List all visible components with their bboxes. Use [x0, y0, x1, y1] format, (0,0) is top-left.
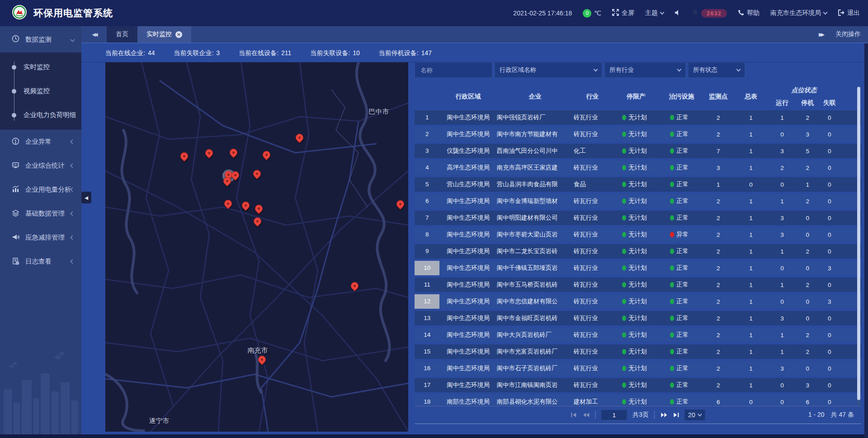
table-row[interactable]: 11阆中生态环境局阆中市五马桥页岩机砖砖瓦行业无计划正常21120: [415, 278, 861, 292]
tab-realtime-monitoring[interactable]: 实时监控 ✕: [137, 26, 191, 42]
sidebar-item-data-monitoring[interactable]: 数据监测: [0, 26, 81, 52]
status-text: 无计划: [628, 398, 647, 406]
tab-home[interactable]: 首页: [107, 26, 137, 42]
cell-industry: 砖瓦行业: [574, 264, 611, 272]
sidebar-subitem-label: 企业电力负荷明细: [24, 111, 76, 119]
cell-offline: 0: [818, 382, 840, 389]
status-filter-select[interactable]: 所有状态: [688, 62, 745, 78]
cell-offline: 0: [818, 215, 840, 221]
cell-facility: 正常: [661, 297, 702, 306]
sidebar-item-video-monitoring[interactable]: 视频监控: [0, 79, 81, 103]
status-dot-green-icon: [622, 366, 626, 371]
sidebar-item-log-view[interactable]: 日志查看: [0, 250, 81, 273]
table-row[interactable]: 1阆中生态环境局阆中强锐页岩砖厂砖瓦行业无计划正常21120: [415, 110, 861, 125]
table-row[interactable]: 6阆中生态环境局阆中市金博瑞新型墙材砖瓦行业无计划正常21120: [415, 194, 861, 208]
sidebar-item-enterprise-statistics[interactable]: 企业综合统计: [0, 154, 81, 178]
table-row[interactable]: 10阆中生态环境局阆中千佛镇五郎垭页岩砖瓦行业无计划正常21003: [415, 261, 861, 275]
table-row[interactable]: 7阆中生态环境局阆中明阳建材有限公司砖瓦行业无计划正常21300: [415, 211, 861, 225]
cell-meters: 1: [734, 131, 767, 138]
pagination-last-button[interactable]: [673, 412, 679, 418]
sidebar-item-realtime-monitoring[interactable]: 实时监控: [0, 55, 81, 79]
sidebar-item-base-data[interactable]: 基础数据管理: [0, 202, 81, 226]
theme-dropdown[interactable]: 主题: [645, 9, 664, 17]
sidebar-item-emergency-reduction[interactable]: 应急减排管理: [0, 226, 81, 250]
table-row[interactable]: 9阆中生态环境局阆中市二龙长宝页岩砖砖瓦行业无计划正常21120: [415, 244, 861, 259]
city-skyline-decoration: [0, 349, 81, 434]
help-button[interactable]: 帮助: [738, 9, 760, 17]
status-text: 无计划: [628, 180, 647, 188]
table-row[interactable]: 13阆中生态环境局阆中市金福旺页岩机砖砖瓦行业无计划正常21300: [415, 311, 861, 325]
cell-stopped: 0: [797, 231, 818, 238]
name-filter-input[interactable]: [420, 66, 487, 74]
close-operations-button[interactable]: 关闭操作: [835, 30, 861, 38]
pagination-next-button[interactable]: [660, 412, 667, 418]
table-row[interactable]: 18南部生态环境局南部县砌化水泥有限公建材加工无计划正常60060: [415, 395, 861, 406]
cell-facility: 正常: [661, 147, 702, 155]
stat-value: 44: [148, 49, 155, 57]
table-row[interactable]: 4高坪生态环境局南充市高坪区王家店建砖瓦行业无计划正常31220: [415, 160, 861, 175]
row-index: 2: [415, 127, 439, 141]
status-text: 正常: [676, 147, 689, 155]
table-row[interactable]: 14阆中生态环境局阆中大兴页岩机砖厂砖瓦行业无计划正常21120: [415, 328, 861, 342]
notification-button[interactable]: 2632: [692, 9, 727, 18]
cell-meters: 1: [734, 349, 767, 355]
status-dot-green-icon: [670, 349, 674, 354]
sidebar-item-enterprise-abnormal[interactable]: 企业异常: [0, 130, 81, 154]
cell-offline: 3: [818, 265, 840, 272]
table-row[interactable]: 15阆中生态环境局阆中市光富页岩机砖厂砖瓦行业无计划正常21120: [415, 344, 861, 359]
industry-filter-select[interactable]: 所有行业: [604, 62, 686, 78]
cell-facility: 正常: [661, 314, 702, 322]
sidebar-item-power-load-detail[interactable]: 企业电力负荷明细: [0, 103, 81, 127]
map-canvas[interactable]: 巴中市南充市遂宁市: [105, 62, 408, 432]
table-row[interactable]: 8阆中生态环境局阆中市枣碧大梁山页岩砖瓦行业无计划异常21300: [415, 227, 861, 242]
cell-meters: 0: [734, 181, 767, 188]
name-filter-field[interactable]: [415, 62, 492, 78]
stat-value: 10: [353, 49, 360, 57]
cell-running: 0: [767, 298, 797, 305]
exit-button[interactable]: 退出: [838, 9, 860, 17]
fullscreen-button[interactable]: 全屏: [612, 9, 634, 17]
status-dot-green-icon: [622, 115, 626, 120]
stat-item: 当前失联设备:10: [310, 49, 359, 57]
pagination-first-button[interactable]: [571, 412, 577, 418]
mute-button[interactable]: [675, 9, 681, 17]
tabs-scroll-right-button[interactable]: ▶▶: [819, 32, 823, 38]
org-dropdown[interactable]: 南充市生态环境局: [770, 9, 827, 17]
row-index: 12: [415, 294, 439, 309]
status-dot-green-icon: [622, 399, 626, 405]
cell-points: 2: [702, 365, 734, 372]
status-dot-green-icon: [670, 249, 674, 254]
cell-facility: 正常: [661, 281, 702, 289]
cell-meters: 1: [734, 148, 767, 155]
cell-company: 南充市高坪区王家店建: [497, 164, 574, 172]
pagination-page-size-select[interactable]: 20: [684, 410, 705, 420]
cell-company: 阆中市光富页岩机砖厂: [497, 348, 574, 356]
tabs-scroll-left-button[interactable]: ◀◀: [81, 26, 107, 42]
status-dot-green-icon: [670, 132, 674, 137]
sidebar-item-power-analysis[interactable]: 企业用电量分析: [0, 178, 81, 202]
cell-running: 3: [767, 365, 797, 372]
cell-points: 2: [702, 265, 734, 272]
cell-industry: 砖瓦行业: [574, 381, 611, 389]
table-row[interactable]: 3仪陇生态环境局西南油气田分公司川中化工无计划正常71350: [415, 144, 861, 158]
cell-facility: 正常: [661, 130, 702, 138]
status-dot-green-icon: [670, 366, 674, 371]
pagination-page-input[interactable]: [601, 410, 627, 420]
table-row[interactable]: 5营山生态环境局营山县润丰肉食品有限食品无计划正常10010: [415, 177, 861, 192]
pagination-prev-button[interactable]: [582, 412, 590, 418]
tab-close-icon[interactable]: ✕: [175, 31, 182, 38]
cell-facility: 正常: [661, 180, 702, 188]
region-filter-select[interactable]: 行政区域名称: [495, 62, 602, 78]
cell-facility: 正常: [661, 398, 702, 406]
table-scrollbar-thumb[interactable]: [857, 87, 860, 400]
table-row[interactable]: 16阆中生态环境局阆中市石子页岩机砖厂砖瓦行业无计划正常21300: [415, 361, 861, 376]
table-row[interactable]: 17阆中生态环境局阆中市江南镇阆南页岩砖瓦行业无计划正常21030: [415, 378, 861, 392]
status-text: 无计划: [628, 381, 647, 389]
table-row[interactable]: 12阆中生态环境局阆中市忠信建材有限公砖瓦行业无计划正常21003: [415, 294, 861, 309]
table-row[interactable]: 2阆中生态环境局阆中市南方节能建材有砖瓦行业无计划正常21030: [415, 127, 861, 141]
cell-industry: 砖瓦行业: [574, 113, 611, 122]
divider: [595, 411, 595, 419]
map-panel-collapse-button[interactable]: ◀: [81, 192, 91, 203]
sidebar-subitem-label: 实时监控: [24, 63, 50, 71]
stat-label: 当前失联设备:: [310, 49, 350, 57]
